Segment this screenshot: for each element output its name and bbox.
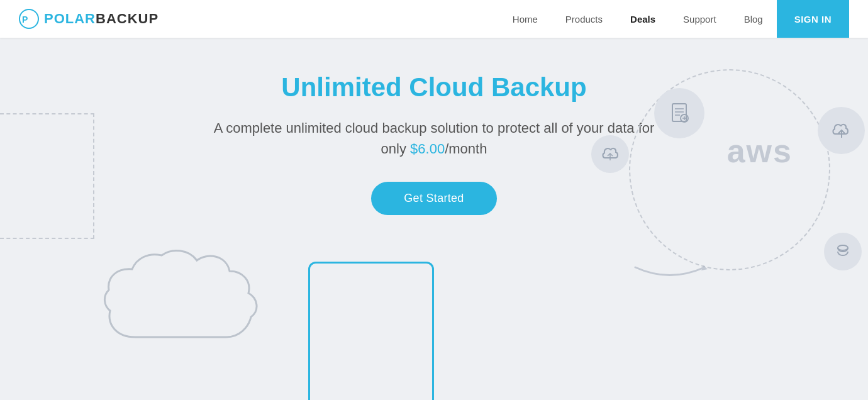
hero-subtitle-end: /month [445,141,487,157]
deco-icon-circle-db [824,233,862,270]
get-started-button[interactable]: Get Started [371,182,496,215]
sign-in-button[interactable]: SIGN IN [777,0,849,38]
svg-text:P: P [22,14,28,25]
logo-polar-text: POLAR [44,11,96,27]
deco-aws-smile [629,264,711,283]
nav-home-link[interactable]: Home [499,14,552,25]
nav-support-link[interactable]: Support [669,14,730,25]
logo-icon: P [19,9,39,29]
logo-backup-text: BACKUP [96,11,159,27]
deco-icon-circle-doc [654,88,704,138]
deco-dotted-rect [0,113,94,239]
hero-title: Unlimited Cloud Backup [281,72,586,103]
navbar: P POLAR BACKUP Home Products Deals Suppo… [0,0,868,38]
deco-icon-circle-upload [818,107,865,154]
logo: P POLAR BACKUP [19,9,159,29]
deco-screen [308,262,434,400]
nav-products-link[interactable]: Products [552,14,616,25]
nav-blog-link[interactable]: Blog [730,14,777,25]
nav-deals-link[interactable]: Deals [616,14,669,25]
hero-price: $6.00 [410,141,445,157]
deco-cloud [97,243,286,356]
svg-point-12 [838,245,848,250]
nav-links: Home Products Deals Support Blog SIGN IN [499,0,849,38]
svg-marker-2 [701,265,708,270]
deco-icon-circle-cloud-up [591,135,629,173]
hero-section: aws [0,38,868,400]
deco-aws-text: aws [727,132,793,170]
